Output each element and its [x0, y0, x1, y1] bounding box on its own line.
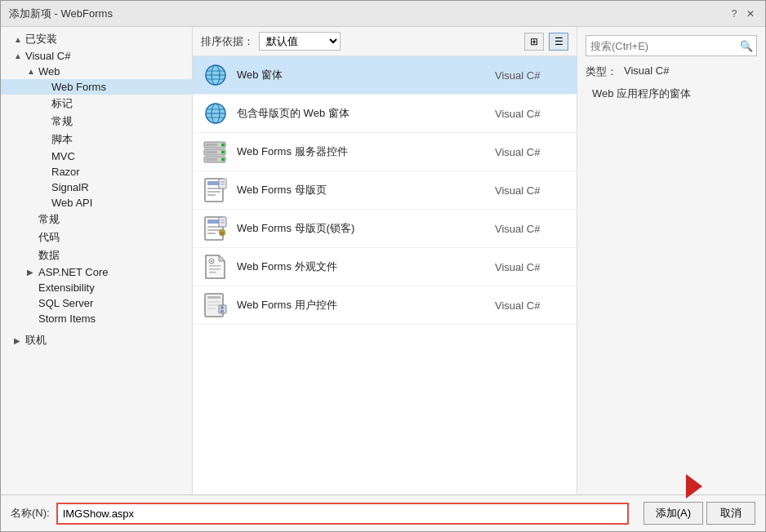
close-button[interactable]: ✕ [744, 7, 757, 20]
tree-label-aspnet-core: ASP.NET Core [38, 266, 109, 278]
svg-rect-46 [207, 301, 220, 303]
tree-item-storm-items[interactable]: Storm Items [1, 311, 192, 326]
list-item[interactable]: Web 窗体 Visual C# [193, 56, 577, 95]
tree-label-storm-items: Storm Items [38, 313, 96, 325]
item-name-server-control: Web Forms 服务器控件 [237, 144, 495, 159]
item-type-web-window-master: Visual C# [495, 108, 568, 120]
view-grid-button[interactable]: ⊞ [524, 33, 544, 51]
item-type-web-window: Visual C# [495, 69, 568, 82]
svg-point-50 [220, 306, 224, 309]
item-type-master-page-locked: Visual C# [495, 223, 568, 235]
svg-rect-18 [206, 158, 217, 161]
list-item[interactable]: Web Forms 外观文件 Visual C# [193, 248, 577, 286]
globe-icon [201, 99, 230, 128]
svg-rect-31 [207, 233, 216, 234]
server-icon [201, 137, 230, 166]
help-button[interactable]: ? [728, 7, 741, 20]
toolbar: 排序依据： 默认值 ⊞ ☰ [193, 27, 577, 56]
tree-item-shuju[interactable]: 数据 [1, 246, 192, 264]
tree-label-mvc: MVC [51, 150, 75, 162]
list-item[interactable]: Web Forms 母版页(锁客) Visual C# [193, 210, 577, 248]
master-page-locked-icon [201, 214, 230, 243]
name-input[interactable] [56, 503, 629, 525]
svg-point-43 [211, 260, 212, 262]
right-panel: 🔍 类型： Visual C# Web 应用程序的窗体 [577, 27, 765, 494]
list-item[interactable]: Web Forms 服务器控件 Visual C# [193, 133, 577, 171]
svg-rect-51 [220, 310, 224, 313]
svg-marker-52 [686, 474, 702, 499]
tree-label-shuju: 数据 [38, 248, 60, 263]
type-row: 类型： Visual C# [586, 64, 757, 83]
svg-point-15 [221, 158, 225, 162]
tree-item-biaoji[interactable]: 标记 [1, 95, 192, 113]
list-item[interactable]: Web Forms 母版页 Visual C# [193, 171, 577, 210]
tree-item-changgui2[interactable]: 常规 [1, 211, 192, 228]
tree-label-visual-csharp: Visual C# [25, 50, 70, 62]
search-icon[interactable]: 🔍 [737, 36, 756, 55]
tree-item-web[interactable]: ▲ Web [1, 64, 192, 79]
name-label: 名称(N): [11, 506, 50, 521]
tree-label-razor: Razor [51, 166, 80, 178]
svg-rect-48 [207, 308, 216, 309]
button-area: 添加(A) 取消 [644, 502, 755, 525]
search-input[interactable] [586, 38, 737, 55]
list-item[interactable]: 包含母版页的 Web 窗体 Visual C# [193, 95, 577, 133]
tree-item-mvc[interactable]: MVC [1, 149, 192, 164]
tree-item-online[interactable]: ▶ 联机 [1, 331, 192, 349]
tree-item-razor[interactable]: Razor [1, 164, 192, 180]
tree-item-sql-server[interactable]: SQL Server [1, 295, 192, 311]
sort-select[interactable]: 默认值 [259, 32, 341, 51]
tree-item-web-forms[interactable]: Web Forms [1, 79, 192, 95]
tree-label-sql-server: SQL Server [38, 297, 93, 309]
tree-item-changgui[interactable]: 常规 [1, 113, 192, 131]
svg-rect-16 [206, 144, 217, 146]
type-value: Visual C# [624, 64, 669, 77]
tree-item-aspnet-core[interactable]: ▶ ASP.NET Core [1, 264, 192, 280]
item-type-master-page: Visual C# [495, 184, 568, 197]
cancel-button[interactable]: 取消 [706, 502, 755, 525]
svg-point-13 [221, 144, 225, 147]
title-controls: ? ✕ [728, 7, 757, 20]
user-control-icon [201, 290, 230, 320]
tree-label-jiaoBen: 脚本 [51, 132, 73, 147]
tree-label-changgui2: 常规 [38, 212, 60, 227]
tree-item-jiaoBen[interactable]: 脚本 [1, 131, 192, 149]
svg-rect-23 [207, 194, 216, 196]
tree-item-daima[interactable]: 代码 [1, 228, 192, 246]
add-new-item-dialog: 添加新项 - WebForms ? ✕ ▲ 已安装 ▲ Visual C# ▲ … [0, 0, 766, 532]
content-area: ▲ 已安装 ▲ Visual C# ▲ Web Web Forms 标记 常规 [1, 27, 765, 494]
type-label: 类型： [586, 64, 617, 80]
tree-label-web-forms: Web Forms [51, 81, 106, 93]
svg-rect-40 [209, 268, 220, 270]
item-name-master-page: Web Forms 母版页 [237, 183, 495, 197]
list-item[interactable]: Web Forms 用户控件 Visual C# [193, 286, 577, 325]
installed-label: 已安装 [25, 32, 57, 47]
tree-item-visual-csharp[interactable]: ▲ Visual C# [1, 48, 192, 64]
installed-header[interactable]: ▲ 已安装 [1, 30, 192, 48]
svg-marker-38 [219, 255, 225, 261]
tree-label-online: 联机 [25, 333, 47, 348]
svg-point-14 [221, 151, 225, 154]
tree-label-webapi: Web API [51, 197, 92, 209]
dialog-title: 添加新项 - WebForms [9, 7, 113, 21]
left-panel: ▲ 已安装 ▲ Visual C# ▲ Web Web Forms 标记 常规 [1, 27, 193, 494]
search-bar: 🔍 [586, 35, 757, 56]
tree-item-webapi[interactable]: Web API [1, 195, 192, 211]
tree-label-daima: 代码 [38, 230, 60, 245]
bottom-bar: 名称(N): 添加(A) 取消 [1, 494, 765, 531]
svg-rect-33 [220, 219, 225, 221]
title-bar-left: 添加新项 - WebForms [9, 7, 113, 21]
item-name-master-page-locked: Web Forms 母版页(锁客) [237, 221, 495, 236]
item-type-skin-file: Visual C# [495, 261, 568, 273]
master-page-icon [201, 175, 230, 205]
svg-rect-17 [206, 151, 217, 153]
add-button[interactable]: 添加(A) [644, 502, 703, 525]
item-type-server-control: Visual C# [495, 146, 568, 158]
tree-label-biaoji: 标记 [51, 96, 73, 111]
tree-label-changgui: 常规 [51, 114, 73, 129]
installed-toggle: ▲ [14, 35, 25, 44]
view-list-button[interactable]: ☰ [549, 33, 568, 51]
tree-label-extensibility: Extensibility [38, 282, 95, 294]
tree-item-extensibility[interactable]: Extensibility [1, 280, 192, 295]
tree-item-signalr[interactable]: SignalR [1, 180, 192, 195]
